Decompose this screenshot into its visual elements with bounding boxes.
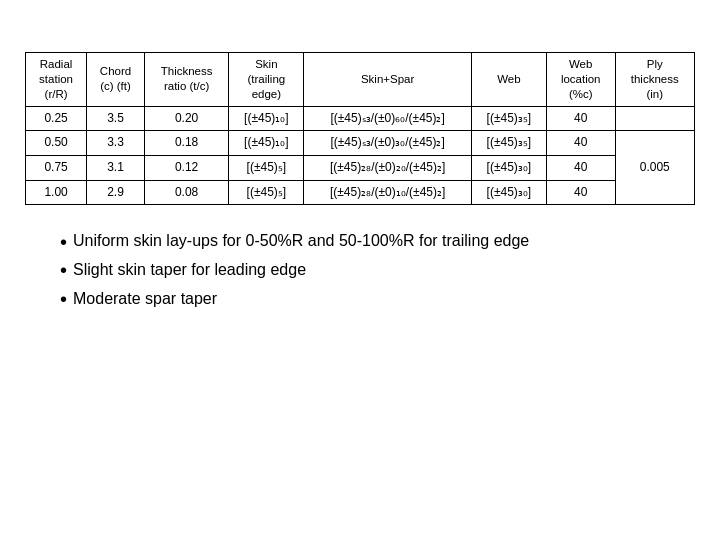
data-table: Radialstation(r/R) Chord(c) (ft) Thickne… [25,52,695,205]
cell-1: 2.9 [87,180,145,205]
col-header-skinspar: Skin+Spar [304,53,471,107]
cell-6: 40 [546,156,615,181]
cell-1: 3.3 [87,131,145,156]
bullet-text: Uniform skin lay-ups for 0-50%R and 50-1… [73,227,529,256]
table-row: 0.503.30.18[(±45)₁₀][(±45)ₛ₃/(±0)₃₀/(±45… [26,131,695,156]
cell-6: 40 [546,106,615,131]
col-header-thickness: Thicknessratio (t/c) [144,53,228,107]
cell-6: 40 [546,180,615,205]
cell-3: [(±45)₅] [229,156,304,181]
col-header-chord: Chord(c) (ft) [87,53,145,107]
bullet-dot: • [60,232,67,252]
bullet-dot: • [60,289,67,309]
cell-1: 3.5 [87,106,145,131]
bullet-item-2: •Moderate spar taper [60,285,529,314]
col-header-ply: Plythickness(in) [615,53,695,107]
bullet-item-1: •Slight skin taper for leading edge [60,256,529,285]
bullet-text: Moderate spar taper [73,285,217,314]
cell-6: 40 [546,131,615,156]
cell-ply [615,106,695,131]
cell-0: 0.75 [26,156,87,181]
cell-0: 0.50 [26,131,87,156]
table-row: 1.002.90.08[(±45)₅][(±45)₂₈/(±0)₁₀/(±45)… [26,180,695,205]
cell-2: 0.12 [144,156,228,181]
col-header-web: Web [471,53,546,107]
cell-3: [(±45)₅] [229,180,304,205]
cell-ply: 0.005 [615,131,695,205]
cell-4: [(±45)ₛ₃/(±0)₆₀/(±45)₂] [304,106,471,131]
col-header-radial: Radialstation(r/R) [26,53,87,107]
cell-2: 0.20 [144,106,228,131]
cell-4: [(±45)₂₈/(±0)₁₀/(±45)₂] [304,180,471,205]
col-header-webloc: Weblocation(%c) [546,53,615,107]
table-row: 0.253.50.20[(±45)₁₀][(±45)ₛ₃/(±0)₆₀/(±45… [26,106,695,131]
cell-2: 0.08 [144,180,228,205]
cell-3: [(±45)₁₀] [229,131,304,156]
cell-0: 1.00 [26,180,87,205]
cell-4: [(±45)₂₈/(±0)₂₀/(±45)₂] [304,156,471,181]
bullet-text: Slight skin taper for leading edge [73,256,306,285]
cell-5: [(±45)₃₅] [471,131,546,156]
cell-2: 0.18 [144,131,228,156]
cell-1: 3.1 [87,156,145,181]
cell-3: [(±45)₁₀] [229,106,304,131]
cell-5: [(±45)₃₀] [471,180,546,205]
bullet-dot: • [60,260,67,280]
col-header-skin: Skin(trailingedge) [229,53,304,107]
cell-0: 0.25 [26,106,87,131]
cell-4: [(±45)ₛ₃/(±0)₃₀/(±45)₂] [304,131,471,156]
cell-5: [(±45)₃₀] [471,156,546,181]
table-row: 0.753.10.12[(±45)₅][(±45)₂₈/(±0)₂₀/(±45)… [26,156,695,181]
cell-5: [(±45)₃₅] [471,106,546,131]
bullet-list: •Uniform skin lay-ups for 0-50%R and 50-… [60,227,529,313]
bullet-item-0: •Uniform skin lay-ups for 0-50%R and 50-… [60,227,529,256]
page: Radialstation(r/R) Chord(c) (ft) Thickne… [0,0,720,540]
